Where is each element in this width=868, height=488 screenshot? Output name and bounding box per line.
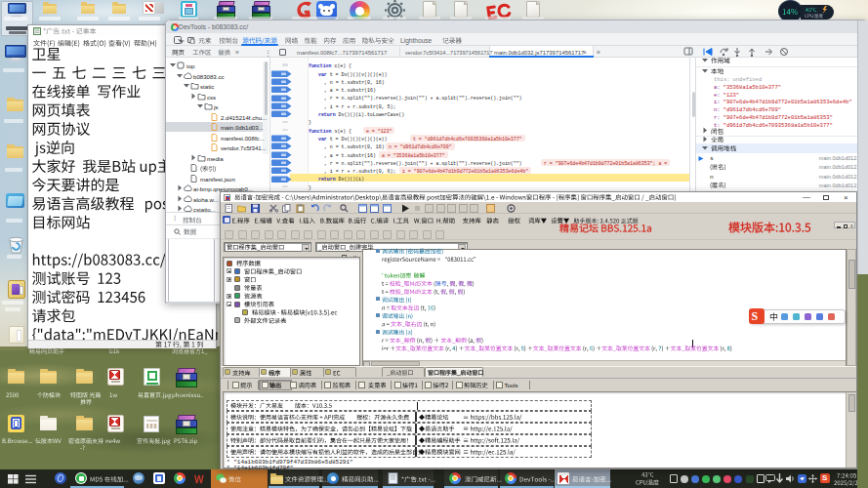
svg-text:t = Dv()()(v()()(e)): t = Dv()()(v()()(e)) — [327, 72, 388, 77]
svg-text:function: function — [309, 129, 332, 134]
svg-text:s(e) {: s(e) { — [332, 129, 352, 134]
svg-text:, i = r + r.substr(0, 5);: , i = r + r.substr(0, 5); — [324, 104, 395, 109]
svg-text:}: } — [309, 120, 311, 125]
svg-text:Dv()()(i).toLowerCase(): Dv()()(i).toLowerCase() — [336, 112, 405, 117]
svg-text:var: var — [318, 72, 327, 77]
svg-text:var: var — [318, 137, 327, 142]
svg-text:, i = r + r.substr(0, 6);: , i = r + r.substr(0, 6); — [324, 169, 395, 174]
svg-text:return: return — [318, 112, 336, 117]
svg-text:, r = n.split("").reverse().jo: , r = n.split("").reverse().join("") + a… — [324, 161, 522, 166]
svg-text:function: function — [309, 63, 332, 68]
svg-text:c(e) {: c(e) { — [332, 63, 352, 68]
svg-text:, a = t.substr(16): , a = t.substr(16) — [324, 153, 376, 158]
svg-text:, r = n.split("").reverse().jo: , r = n.split("").reverse().join("") + a… — [324, 96, 522, 101]
svg-text:, n = t.substr(0, 16): , n = t.substr(0, 16) — [324, 80, 385, 85]
svg-text:, n = t.substr(0, 16): , n = t.substr(0, 16) — [324, 144, 385, 149]
svg-text:t = Dv()()(v()()(e)): t = Dv()()(v()()(e)) — [327, 137, 388, 142]
svg-text:, a = t.substr(16): , a = t.substr(16) — [324, 88, 376, 93]
svg-text:}: } — [309, 185, 311, 190]
